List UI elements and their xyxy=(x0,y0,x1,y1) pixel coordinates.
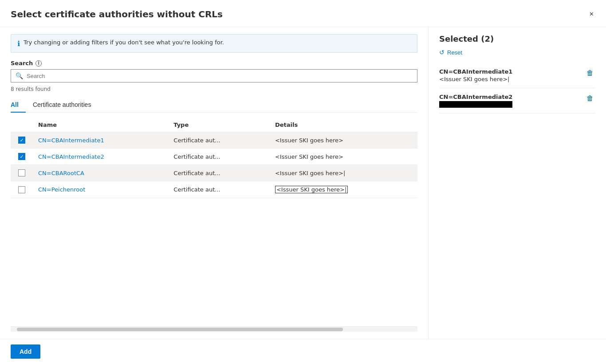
dialog-header: Select certificate authorities without C… xyxy=(0,0,606,27)
selected-item-1-sub: <Issuer SKI goes here>| xyxy=(439,76,512,82)
horizontal-scrollbar[interactable] xyxy=(11,326,417,332)
row-checkbox-4[interactable] xyxy=(18,186,25,193)
name-cell-1: CN=CBAIntermediate1 xyxy=(33,132,168,149)
scrollbar-thumb[interactable] xyxy=(17,328,343,331)
col-name: Name xyxy=(33,118,168,132)
details-cell-2: <Issuer SKI goes here> xyxy=(270,149,417,165)
table-row: CN=CBAIntermediate1 Certificate aut... <… xyxy=(11,132,417,149)
add-button[interactable]: Add xyxy=(11,344,40,359)
tabs: All Certificate authorities xyxy=(11,98,417,113)
search-box: 🔍 xyxy=(11,69,417,82)
details-cell-1: <Issuer SKI goes here> xyxy=(270,132,417,149)
tab-all[interactable]: All xyxy=(11,98,26,113)
checkbox-cell xyxy=(16,186,28,193)
name-cell-4: CN=Peichenroot xyxy=(33,181,168,198)
selected-item-2: CN=CBAIntermediate2 <Issuer SKI goes her… xyxy=(439,88,595,114)
type-cell-4: Certificate aut... xyxy=(168,181,270,198)
info-icon: ℹ xyxy=(17,39,20,48)
col-checkbox xyxy=(11,118,33,132)
row-checkbox-2[interactable] xyxy=(18,153,25,160)
right-panel: Selected (2) ↺ Reset CN=CBAIntermediate1… xyxy=(429,27,606,339)
delete-item-1-button[interactable]: 🗑 xyxy=(585,68,595,78)
search-label: Search i xyxy=(11,60,417,67)
search-info-icon[interactable]: i xyxy=(35,60,42,67)
select-ca-dialog: Select certificate authorities without C… xyxy=(0,0,606,364)
details-box-4: <Issuer SKI goes here>| xyxy=(275,186,348,193)
selected-item-2-info: CN=CBAIntermediate2 <Issuer SKI goes her… xyxy=(439,94,512,108)
type-cell-2: Certificate aut... xyxy=(168,149,270,165)
results-count: 8 results found xyxy=(11,86,417,92)
selected-item-1: CN=CBAIntermediate1 <Issuer SKI goes her… xyxy=(439,63,595,88)
selected-item-2-name: CN=CBAIntermediate2 xyxy=(439,94,512,100)
details-cell-4: <Issuer SKI goes here>| xyxy=(270,181,417,198)
left-panel: ℹ Try changing or adding filters if you … xyxy=(0,27,429,339)
close-button[interactable]: × xyxy=(588,9,595,20)
table-row: CN=Peichenroot Certificate aut... <Issue… xyxy=(11,181,417,198)
tab-certificate-authorities[interactable]: Certificate authorities xyxy=(26,98,98,113)
dialog-body: ℹ Try changing or adding filters if you … xyxy=(0,27,606,339)
table-row: CN=CBAIntermediate2 Certificate aut... <… xyxy=(11,149,417,165)
selected-header: Selected (2) xyxy=(439,34,595,43)
selected-item-1-info: CN=CBAIntermediate1 <Issuer SKI goes her… xyxy=(439,68,512,82)
row-checkbox-1[interactable] xyxy=(18,137,25,144)
ca-table: Name Type Details xyxy=(11,118,417,198)
delete-item-2-button[interactable]: 🗑 xyxy=(585,94,595,103)
info-banner: ℹ Try changing or adding filters if you … xyxy=(11,34,417,53)
table-row: CN=CBARootCA Certificate aut... <Issuer … xyxy=(11,165,417,181)
dialog-title: Select certificate authorities without C… xyxy=(11,9,223,27)
checkbox-cell xyxy=(16,153,28,160)
selected-item-2-sub: <Issuer SKI goes here> xyxy=(439,101,512,108)
name-cell-2: CN=CBAIntermediate2 xyxy=(33,149,168,165)
reset-button[interactable]: ↺ Reset xyxy=(439,49,595,56)
type-cell-3: Certificate aut... xyxy=(168,165,270,181)
reset-label: Reset xyxy=(447,49,462,56)
search-input[interactable] xyxy=(27,73,413,79)
dialog-footer: Add xyxy=(0,339,606,364)
type-cell-1: Certificate aut... xyxy=(168,132,270,149)
name-cell-3: CN=CBARootCA xyxy=(33,165,168,181)
table-container: Name Type Details xyxy=(11,118,417,326)
details-cell-3: <Issuer SKI goes here>| xyxy=(270,165,417,181)
row-checkbox-3[interactable] xyxy=(18,169,25,176)
reset-icon: ↺ xyxy=(439,49,445,56)
banner-text: Try changing or adding filters if you do… xyxy=(24,39,224,46)
checkbox-cell xyxy=(16,137,28,144)
search-label-text: Search xyxy=(11,60,33,67)
search-icon: 🔍 xyxy=(16,72,23,79)
selected-item-1-name: CN=CBAIntermediate1 xyxy=(439,68,512,75)
col-details: Details xyxy=(270,118,417,132)
checkbox-cell xyxy=(16,169,28,176)
col-type: Type xyxy=(168,118,270,132)
